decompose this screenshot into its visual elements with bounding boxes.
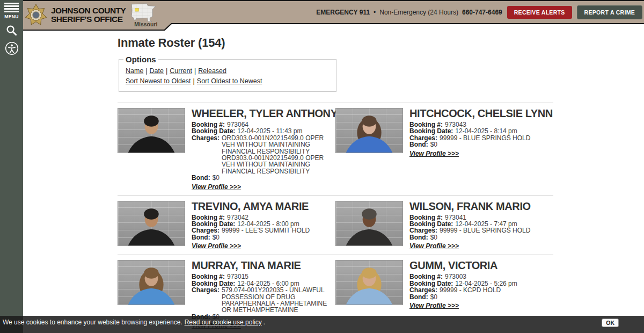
view-profile-link[interactable]: View Profile >>> [192, 243, 241, 249]
filter-date-link[interactable]: Date [150, 67, 164, 75]
booking-number-row: Booking #: 973015 [192, 273, 335, 280]
options-panel: Options Name|Date|Current|Released Sort … [119, 55, 336, 92]
booking-number-value: 973003 [445, 273, 466, 280]
separator: | [193, 77, 195, 85]
inmate-info: WILSON, FRANK MARIO Booking #: 973041 Bo… [409, 201, 553, 251]
person-silhouette [118, 260, 185, 305]
main-content: Inmate Roster (154) Options Name|Date|Cu… [23, 31, 644, 333]
search-icon [5, 24, 18, 37]
booking-date-row: Booking Date: 12-04-2025 - 11:43 pm [192, 128, 335, 134]
view-profile-link[interactable]: View Profile >>> [409, 302, 459, 309]
cookie-notice-bar: We use cookies to enhance your website b… [0, 316, 644, 333]
charges-row: Charges: 579.074-001Y202035 - UNLAWFUL P… [192, 287, 335, 314]
person-silhouette [118, 108, 185, 153]
charges-value: 99999 - BLUE SPRINGS HOLD [440, 135, 530, 141]
org-name-line1: JOHNSON COUNTY [51, 6, 126, 15]
view-profile-link[interactable]: View Profile >>> [409, 150, 459, 157]
mugshot-photo[interactable] [335, 108, 403, 153]
mugshot-photo[interactable] [118, 201, 185, 246]
accessibility-icon [5, 41, 19, 55]
charges-value: 579.074-001Y202035 - UNLAWFUL POSSESSION… [222, 287, 335, 314]
emergency-911-label: EMERGENCY 911 [316, 9, 370, 16]
emergency-contact-text: EMERGENCY 911 • Non-Emergency (24 Hours)… [316, 9, 502, 16]
sort-oldest-link[interactable]: Sort Oldest to Newest [197, 77, 262, 85]
booking-number-label: Booking #: [192, 273, 225, 280]
view-profile-link[interactable]: View Profile >>> [192, 184, 241, 190]
inmate-info: HITCHCOCK, CHELSIE LYNN Booking #: 97304… [409, 108, 553, 191]
mugshot-photo[interactable] [335, 201, 403, 246]
charges-label: Charges: [409, 227, 437, 234]
booking-number-row: Booking #: 973003 [409, 273, 553, 280]
receive-alerts-button[interactable]: RECEIVE ALERTS [507, 6, 572, 19]
charges-value: 99999 - BLUE SPRINGS HOLD [440, 227, 530, 234]
view-profile-link[interactable]: View Profile >>> [409, 243, 459, 249]
filter-links-row: Name|Date|Current|Released [126, 67, 330, 75]
page: JOHNSON COUNTY SHERIFF'S OFFICE Missouri… [0, 0, 644, 333]
missouri-map-icon: Missouri [129, 2, 157, 28]
inmate-name: WILSON, FRANK MARIO [409, 201, 553, 212]
charges-value: 99999 - KCPD HOLD [440, 287, 501, 293]
person-silhouette [336, 260, 402, 305]
report-a-crime-button[interactable]: REPORT A CRIME [577, 5, 642, 19]
dot-separator: • [374, 9, 376, 16]
bond-value: $0 [430, 234, 437, 241]
charges-row: Charges: 99999 - LEE'S SUMMIT HOLD [192, 227, 335, 234]
mugshot-photo[interactable] [118, 260, 185, 305]
inmate-card: WHEELER, TYLER ANTHONY Booking #: 973064… [118, 103, 335, 196]
charges-row: Charges: 99999 - BLUE SPRINGS HOLD [409, 227, 553, 234]
inmate-name: TREVINO, AMYA MARIE [192, 201, 335, 212]
booking-date-row: Booking Date: 12-04-2025 - 8:14 pm [409, 128, 553, 134]
org-name: JOHNSON COUNTY SHERIFF'S OFFICE [51, 6, 126, 24]
bond-row: Bond: $0 [409, 234, 553, 241]
mugshot-photo[interactable] [335, 260, 403, 305]
separator: | [194, 67, 196, 75]
charges-label: Charges: [192, 227, 219, 234]
sort-links-row: Sort Newest to Oldest|Sort Oldest to New… [126, 77, 330, 85]
menu-label: MENU [4, 14, 19, 19]
state-label: Missouri [134, 21, 157, 27]
inmate-card: WILSON, FRANK MARIO Booking #: 973041 Bo… [335, 196, 553, 255]
person-silhouette [336, 108, 402, 153]
inmate-name: HITCHCOCK, CHELSIE LYNN [409, 108, 553, 119]
booking-number-label: Booking #: [409, 273, 443, 280]
org-name-line2: SHERIFF'S OFFICE [51, 15, 126, 24]
bond-label: Bond: [192, 234, 210, 241]
header-actions: EMERGENCY 911 • Non-Emergency (24 Hours)… [316, 1, 642, 23]
filter-current-link[interactable]: Current [170, 67, 192, 75]
charges-value: ORD303.0-001N20215499.0 OPER VEH WITHOUT… [222, 135, 335, 175]
filter-released-link[interactable]: Released [198, 67, 226, 75]
mugshot-photo[interactable] [118, 108, 185, 153]
bond-value: $0 [430, 141, 437, 148]
site-logo[interactable]: JOHNSON COUNTY SHERIFF'S OFFICE Missouri [25, 2, 157, 28]
filter-name-link[interactable]: Name [126, 67, 143, 75]
charges-label: Charges: [409, 287, 437, 293]
booking-date-label: Booking Date: [409, 128, 453, 134]
booking-date-value: 12-04-2025 - 11:43 pm [237, 128, 302, 134]
bond-label: Bond: [192, 175, 210, 181]
bond-value: $0 [430, 294, 437, 300]
bond-label: Bond: [409, 294, 428, 300]
booking-number-value: 973015 [227, 273, 248, 280]
cookie-message: We use cookies to enhance your website b… [3, 318, 182, 326]
charges-label: Charges: [192, 135, 219, 175]
hamburger-icon [4, 3, 19, 12]
bond-row: Bond: $0 [409, 141, 553, 148]
cookie-ok-button[interactable]: OK [602, 318, 619, 327]
inmate-name: GUMM, VICTORIA [409, 260, 553, 271]
accessibility-button[interactable] [5, 41, 19, 55]
person-silhouette [336, 201, 402, 245]
bond-label: Bond: [409, 234, 428, 241]
charges-row: Charges: ORD303.0-001N20215499.0 OPER VE… [192, 135, 335, 175]
bond-value: $0 [213, 175, 219, 181]
inmate-name: MURRAY, TINA MARIE [192, 260, 335, 271]
bond-row: Bond: $0 [192, 234, 335, 241]
sheriff-badge-icon [25, 4, 47, 26]
inmate-info: WHEELER, TYLER ANTHONY Booking #: 973064… [192, 108, 335, 191]
cookie-policy-link[interactable]: Read our cookie use policy [185, 318, 262, 326]
separator: | [166, 67, 167, 75]
menu-button[interactable]: MENU [4, 3, 19, 19]
sort-newest-link[interactable]: Sort Newest to Oldest [126, 77, 191, 85]
charges-label: Charges: [192, 287, 219, 314]
page-title: Inmate Roster (154) [118, 36, 553, 50]
search-button[interactable] [5, 24, 18, 37]
